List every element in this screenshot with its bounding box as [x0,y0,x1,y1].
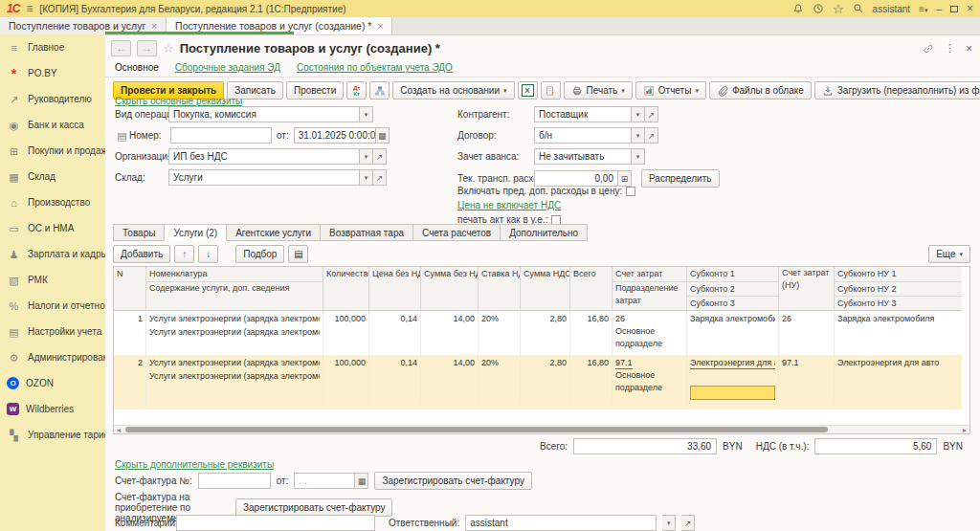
price-no-vat-link[interactable]: Цена не включает НДС [457,200,561,210]
more-dots-icon[interactable]: ⋮ [945,42,955,55]
open-link-icon[interactable]: ↗ [373,148,387,165]
cell-n[interactable]: 1 [114,311,146,355]
cell-amount[interactable]: 14,00 [421,355,479,409]
dropdown-icon[interactable]: ▾ [360,169,373,186]
number-settings-icon[interactable]: ▤ [115,129,129,143]
post-button[interactable]: Провести [286,81,344,100]
col-cost-account-nu[interactable]: Счет затрат (НУ) [779,267,835,310]
scrollbar-thumb[interactable] [125,427,828,432]
notifications-icon[interactable] [792,3,804,14]
total-field[interactable]: 33,60 [573,438,717,454]
col-n[interactable]: N [114,267,146,310]
form-close-icon[interactable]: × [966,42,972,55]
sidebar-item-production[interactable]: ⌂Производство [0,189,105,215]
dropdown-icon[interactable]: ▾ [632,148,645,165]
move-up-icon[interactable]: ↑ [174,245,194,263]
col-qty[interactable]: Количество [323,267,369,310]
cell-price[interactable]: 0,14 [369,355,421,409]
document-structure-icon[interactable] [369,81,390,100]
hide-additional-requisites-link[interactable]: Скрыть дополнительные реквизиты [115,459,274,470]
sidebar-item-taxes[interactable]: %Налоги и отчетность [0,293,105,319]
favorites-icon[interactable]: ☆ [833,2,844,16]
invoice-date-field[interactable]: . . [299,476,306,486]
open-link-icon[interactable]: ↗ [373,169,387,186]
cell-cost-account-nu[interactable]: 97.1 [779,355,835,409]
sidebar-item-purchases[interactable]: ⊞Покупки и продажи [0,138,105,164]
nav-assembly-tasks[interactable]: Сборочные задания ЭД [175,62,280,73]
col-price[interactable]: Цена без НДС [369,267,421,310]
cell-n[interactable]: 2 [114,355,146,409]
cell-vat-rate[interactable]: 20% [479,311,521,355]
cell-amount[interactable]: 14,00 [421,311,479,355]
cell-subconto-nu1[interactable]: Зарядка электромобиля [835,311,962,355]
table-row[interactable]: 1 Услуги электроэнергии (зарядка электро… [114,311,962,355]
dropdown-icon[interactable]: ▾ [662,515,676,531]
sidebar-item-wildberries[interactable]: WWildberries [0,396,105,422]
distribute-button[interactable]: Распределить [641,169,720,188]
cell-nomenclature[interactable]: Услуги электроэнергии (зарядка электромо… [146,311,323,355]
calendar-icon[interactable]: ▦ [355,473,368,489]
include-expenses-checkbox[interactable] [626,187,635,196]
tab-goods[interactable]: Товары [113,224,165,241]
sidebar-item-ozon[interactable]: OOZON [0,370,105,396]
move-down-icon[interactable]: ↓ [198,245,218,263]
active-edit-cell[interactable] [690,386,775,400]
dropdown-icon[interactable]: ▾ [360,106,373,122]
cell-qty[interactable]: 100,000 [323,311,369,355]
grid-more-button[interactable]: Еще▾ [928,245,970,263]
table-row-selected[interactable]: 2 Услуги электроэнергии (зарядка электро… [114,355,962,409]
dtkt-icon[interactable]: ДтКт [346,81,367,100]
cell-cost-account[interactable]: 26Основное подразделе [612,311,687,355]
vat-total-field[interactable]: 5,60 [814,438,937,454]
horizontal-scrollbar[interactable]: ◄ ► [114,425,969,433]
number-field[interactable] [170,127,272,144]
reports-button[interactable]: Отчеты▾ [635,81,706,100]
register-invoice-button[interactable]: Зарегистрировать счет-фактуру [374,472,531,490]
cell-subconto-nu1[interactable]: Электроэнергия для авто [835,355,962,409]
col-amount[interactable]: Сумма без НДС [421,267,479,310]
counterparty-field[interactable]: Поставщик [534,106,632,122]
scroll-left-icon[interactable]: ◄ [114,426,123,433]
sidebar-item-salary[interactable]: ♟Зарплата и кадры [0,241,105,267]
sidebar-item-poby[interactable]: *PO.BY [0,60,105,86]
row-settings-icon[interactable]: ▤ [288,245,308,263]
open-link-icon[interactable]: ↗ [645,106,658,122]
warehouse-field[interactable]: Услуги [168,169,360,186]
open-link-icon[interactable]: ↗ [645,127,658,144]
col-subconto-nu[interactable]: Субконто НУ 1Субконто НУ 2Субконто НУ 3 [835,267,962,310]
col-nomenclature[interactable]: НоменклатураСодержание услуги, доп. свед… [146,267,323,310]
col-vat-amount[interactable]: Сумма НДС [521,267,570,310]
cell-qty[interactable]: 100,000 [323,355,369,409]
sidebar-item-manager[interactable]: ↗Руководителю [0,86,105,112]
cell-subconto1[interactable]: Электроэнергия для авто [687,355,779,409]
calendar-icon[interactable]: ▦ [376,127,390,144]
date-field[interactable]: 31.01.2025 0:00:00 [294,127,376,144]
tab-close-icon[interactable]: × [377,21,383,32]
sidebar-item-bank[interactable]: ◉Банк и касса [0,112,105,138]
tab-agent-services[interactable]: Агентские услуги [227,224,321,241]
cell-nomenclature[interactable]: Услуги электроэнергии (зарядка электромо… [146,355,323,409]
dropdown-icon[interactable]: ▾ [360,148,373,165]
restore-icon[interactable] [950,6,958,12]
col-subconto[interactable]: Субконто 1Субконто 2Субконто 3 [687,267,779,310]
load-from-file-button[interactable]: Загрузить (перезаполнить) из файла [814,81,980,100]
scroll-right-icon[interactable]: ► [960,426,969,433]
cloud-files-button[interactable]: Файлы в облаке [709,81,812,100]
cell-price[interactable]: 0,14 [369,311,421,355]
cell-cost-account-nu[interactable]: 26 [779,311,835,355]
open-link-icon[interactable]: ↗ [681,515,695,531]
sidebar-item-warehouse[interactable]: ▦Склад [0,164,105,189]
tab-settlement-accounts[interactable]: Счета расчетов [413,224,501,241]
nav-edo-states[interactable]: Состояния по объектам учета ЭДО [297,62,453,73]
tab-close-icon[interactable]: × [151,21,157,32]
dropdown-icon[interactable]: ▾ [632,127,645,144]
transport-costs-field[interactable]: 0,00 [534,170,618,187]
get-link-icon[interactable] [923,43,934,55]
cell-vat-rate[interactable]: 20% [479,355,521,409]
print-act-checkbox[interactable] [551,215,561,225]
cell-cost-account[interactable]: 97.1Основное подразделе [612,355,687,409]
nav-main[interactable]: Основное [115,62,159,73]
excel-icon[interactable]: X [518,81,538,100]
current-user[interactable]: assistant [873,4,910,14]
search-icon[interactable] [853,3,864,14]
